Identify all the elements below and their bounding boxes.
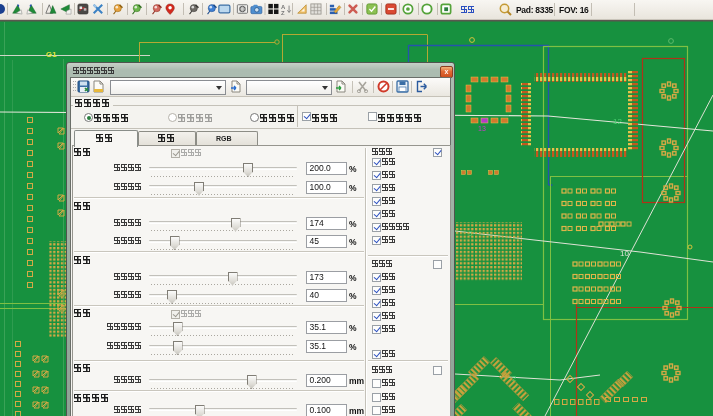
svg-text:Z: Z: [281, 10, 285, 16]
svg-text:G1: G1: [46, 50, 57, 59]
svg-text:10: 10: [620, 249, 629, 258]
svg-text:12: 12: [613, 117, 622, 126]
svg-text:A: A: [281, 4, 286, 10]
svg-text:13: 13: [478, 125, 486, 132]
